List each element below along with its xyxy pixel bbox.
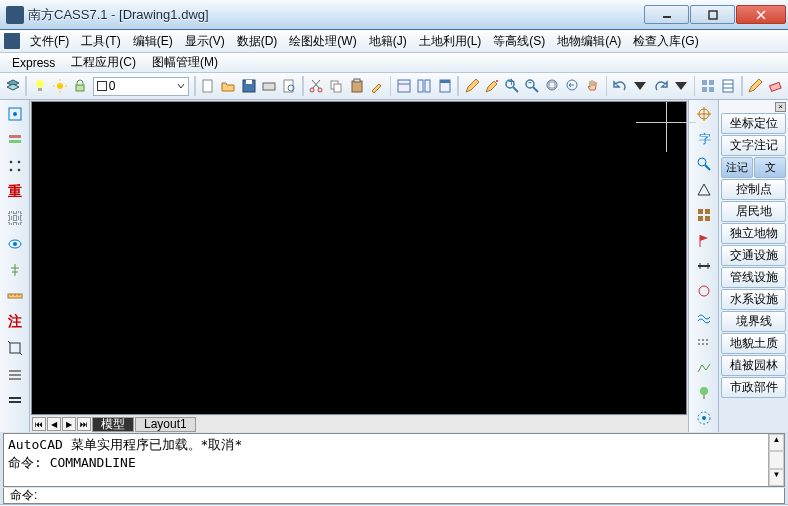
panel-btn-water[interactable]: 水系设施 (721, 289, 786, 310)
preview-icon[interactable] (280, 75, 299, 97)
menu-file[interactable]: 文件(F) (24, 31, 75, 52)
tool-tree-icon[interactable] (4, 260, 26, 280)
save-icon[interactable] (239, 75, 258, 97)
panel-btn-boundary[interactable]: 境界线 (721, 311, 786, 332)
match-props-icon[interactable] (367, 75, 386, 97)
tab-layout1[interactable]: Layout1 (135, 417, 196, 432)
tab-last-icon[interactable]: ⏭ (77, 417, 91, 431)
tool-eye-icon[interactable] (4, 234, 26, 254)
tool-palettes-icon[interactable] (435, 75, 454, 97)
menu-data[interactable]: 数据(D) (231, 31, 284, 52)
rtool-municipal-icon[interactable] (693, 409, 715, 428)
cut-icon[interactable] (307, 75, 326, 97)
menu-feature-edit[interactable]: 地物编辑(A) (551, 31, 627, 52)
rtool-triangle-icon[interactable] (693, 180, 715, 199)
pan-icon[interactable] (583, 75, 602, 97)
menu-tools[interactable]: 工具(T) (75, 31, 126, 52)
panel-btn-anno-b[interactable]: 文 (754, 157, 786, 178)
menu-cadastre[interactable]: 地籍(J) (363, 31, 413, 52)
rtool-plant-icon[interactable] (693, 383, 715, 402)
menu-landuse[interactable]: 土地利用(L) (413, 31, 488, 52)
sheet-set-icon[interactable] (719, 75, 738, 97)
lock-icon[interactable] (71, 75, 90, 97)
menu-edit[interactable]: 编辑(E) (127, 31, 179, 52)
rtool-dashed-icon[interactable] (693, 333, 715, 352)
close-button[interactable] (736, 5, 786, 24)
panel-btn-terrain[interactable]: 地貌土质 (721, 333, 786, 354)
tool-double-icon[interactable] (4, 390, 26, 410)
tab-model[interactable]: 模型 (92, 417, 134, 432)
panel-btn-control[interactable]: 控制点 (721, 179, 786, 200)
tab-prev-icon[interactable]: ◀ (47, 417, 61, 431)
canvas[interactable] (31, 101, 687, 415)
copy-icon[interactable] (327, 75, 346, 97)
panel-close-icon[interactable]: × (775, 102, 786, 112)
panel-btn-traffic[interactable]: 交通设施 (721, 245, 786, 266)
new-icon[interactable] (199, 75, 218, 97)
zoom-out-icon[interactable]: - (523, 75, 542, 97)
panel-btn-pipeline[interactable]: 管线设施 (721, 267, 786, 288)
right-panel: × 坐标定位 文字注记 注记 文 控制点 居民地 独立地物 交通设施 管线设施 … (718, 100, 788, 432)
rtool-road-icon[interactable] (693, 256, 715, 275)
erase-icon[interactable] (766, 75, 785, 97)
panel-btn-coord[interactable]: 坐标定位 (721, 113, 786, 134)
grid-icon[interactable] (698, 75, 717, 97)
undo-icon[interactable] (610, 75, 629, 97)
rtool-text-icon[interactable]: 字 (693, 129, 715, 148)
tool-zhu-label[interactable]: 注 (4, 312, 26, 332)
command-input[interactable]: 命令: (3, 488, 785, 504)
tool-layers-icon[interactable] (4, 130, 26, 150)
tool-frame-icon[interactable] (4, 338, 26, 358)
redo-dropdown-icon[interactable] (671, 75, 690, 97)
design-center-icon[interactable] (415, 75, 434, 97)
rtool-water-icon[interactable] (693, 307, 715, 326)
menu-draw[interactable]: 绘图处理(W) (283, 31, 362, 52)
tool-ruler-icon[interactable] (4, 286, 26, 306)
tab-next-icon[interactable]: ▶ (62, 417, 76, 431)
redo-icon[interactable] (651, 75, 670, 97)
panel-btn-municipal[interactable]: 市政部件 (721, 377, 786, 398)
pencil-icon[interactable] (746, 75, 765, 97)
rtool-locate-icon[interactable] (693, 104, 715, 123)
tool-dots-icon[interactable] (4, 156, 26, 176)
menu-express[interactable]: Express (4, 54, 63, 72)
properties-icon[interactable] (394, 75, 413, 97)
menu-engineering[interactable]: 工程应用(C) (63, 52, 144, 73)
layer-dropdown[interactable]: 0 (93, 77, 189, 96)
tool-dashgrid-icon[interactable] (4, 208, 26, 228)
panel-btn-residential[interactable]: 居民地 (721, 201, 786, 222)
rtool-flag-icon[interactable] (693, 231, 715, 250)
folder-open-icon[interactable] (219, 75, 238, 97)
tool-zhong-label[interactable]: 重 (4, 182, 26, 202)
layer-stack-icon[interactable] (3, 75, 22, 97)
rtool-terrain-icon[interactable] (693, 358, 715, 377)
menu-check[interactable]: 检查入库(G) (627, 31, 704, 52)
sun-icon[interactable] (50, 75, 69, 97)
tool-osnap-icon[interactable] (4, 104, 26, 124)
rtool-circle-icon[interactable] (693, 282, 715, 301)
tool-stack-icon[interactable] (4, 364, 26, 384)
menu-view[interactable]: 显示(V) (179, 31, 231, 52)
rtool-zoom-icon[interactable] (693, 155, 715, 174)
panel-btn-text[interactable]: 文字注记 (721, 135, 786, 156)
plot-icon[interactable] (259, 75, 278, 97)
command-scrollbar[interactable]: ▲▼ (768, 434, 784, 486)
undo-dropdown-icon[interactable] (631, 75, 650, 97)
drawing-area: ⏮ ◀ ▶ ⏭ 模型 Layout1 (30, 100, 688, 432)
edit-pen-icon[interactable] (462, 75, 481, 97)
panel-btn-vegetation[interactable]: 植被园林 (721, 355, 786, 376)
panel-btn-independent[interactable]: 独立地物 (721, 223, 786, 244)
rtool-grid-icon[interactable] (693, 206, 715, 225)
menu-sheet[interactable]: 图幅管理(M) (144, 52, 226, 73)
maximize-button[interactable] (690, 5, 735, 24)
menu-contour[interactable]: 等高线(S) (487, 31, 551, 52)
panel-btn-anno-a[interactable]: 注记 (721, 157, 753, 178)
paste-icon[interactable] (347, 75, 366, 97)
tab-first-icon[interactable]: ⏮ (32, 417, 46, 431)
zoom-previous-icon[interactable] (563, 75, 582, 97)
zoom-window-icon[interactable] (543, 75, 562, 97)
edit-sparkle-icon[interactable] (482, 75, 501, 97)
minimize-button[interactable] (644, 5, 689, 24)
lightbulb-icon[interactable] (30, 75, 49, 97)
zoom-realtime-icon[interactable]: + (502, 75, 521, 97)
